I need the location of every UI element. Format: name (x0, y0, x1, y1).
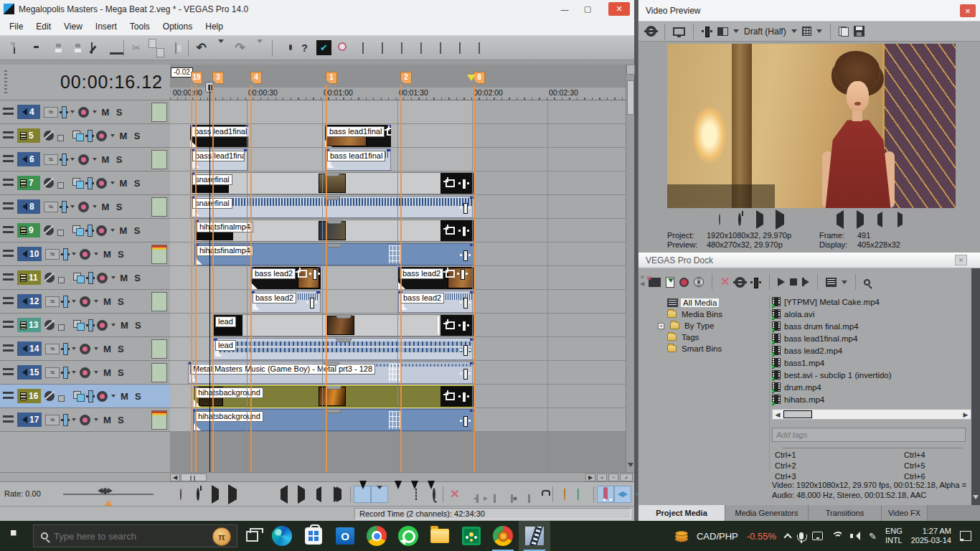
touch-keyboard-icon[interactable] (812, 532, 823, 540)
mute-button[interactable]: M (118, 131, 128, 141)
undo-dropdown-icon[interactable] (211, 39, 230, 57)
tray-expand-icon[interactable] (783, 533, 791, 541)
mute-button[interactable]: M (100, 202, 110, 212)
dock-tab-video-fx[interactable]: Video FX (882, 505, 928, 521)
minimize-button[interactable]: — (555, 2, 574, 16)
track-fx-icon[interactable] (78, 107, 89, 118)
pan-dropdown-icon[interactable] (70, 110, 75, 116)
fx-dropdown-icon[interactable] (93, 158, 97, 163)
timecode-display[interactable]: 00:00:16.12 (60, 72, 163, 93)
views-icon[interactable] (826, 278, 837, 287)
play-icon[interactable] (771, 211, 788, 228)
task-view-button[interactable] (237, 521, 266, 551)
solo-button[interactable]: S (116, 249, 126, 260)
track-fx-icon[interactable] (80, 344, 90, 354)
go-to-end-icon[interactable] (852, 211, 869, 228)
stop-icon[interactable] (258, 486, 275, 503)
track-header-17[interactable]: 17≈MS (0, 408, 170, 432)
step-backward-icon[interactable] (310, 486, 327, 503)
track-number-badge[interactable]: 13 (17, 318, 41, 332)
automation-envelope-icon[interactable]: ≈ (45, 415, 60, 425)
track-fx-icon[interactable] (80, 296, 90, 307)
script-3-icon[interactable] (392, 39, 411, 57)
dock-tab-transitions[interactable]: Transitions (809, 505, 882, 521)
track-motion-icon[interactable] (58, 391, 70, 402)
zoom-out-button[interactable]: － (608, 474, 618, 481)
level-slider[interactable] (88, 390, 93, 402)
split-screen-icon[interactable] (717, 27, 728, 36)
scroll-right-icon[interactable]: ▶ (961, 411, 971, 418)
pan-slider[interactable] (62, 201, 67, 213)
track-collapse-icon[interactable] (3, 179, 14, 188)
event-fx-icon[interactable] (458, 226, 469, 235)
bypass-motion-blur-icon[interactable] (44, 131, 54, 141)
track-meter[interactable] (151, 363, 167, 382)
wifi-icon[interactable] (831, 532, 842, 540)
render-as-icon[interactable] (82, 39, 101, 57)
event-hihatsbackground[interactable]: hihatsbackground (193, 385, 474, 408)
language-indicator[interactable]: ENGINTL (885, 527, 903, 545)
dock-close-button[interactable]: ✕ (955, 255, 967, 265)
playhead-handle[interactable] (205, 82, 214, 93)
copy-snapshot-icon[interactable] (839, 27, 849, 37)
event-pan-crop-icon[interactable] (446, 392, 455, 400)
pan-slider[interactable] (63, 414, 68, 426)
track-collapse-icon[interactable] (3, 273, 14, 283)
event-bass-lead1final[interactable]: bass lead1final (325, 149, 391, 171)
event-bass-lead2[interactable]: bass lead2 (398, 267, 474, 289)
fx-dropdown-icon[interactable] (111, 395, 116, 400)
track-header-14[interactable]: 14≈MS (0, 337, 170, 361)
zoom-edit-tool-icon[interactable] (423, 486, 440, 503)
start-button[interactable] (0, 521, 33, 551)
pan-dropdown-icon[interactable] (72, 253, 76, 258)
event-bass-lead2[interactable]: bass lead2 (398, 291, 474, 313)
track-number-badge[interactable]: 9 (17, 223, 40, 237)
zoom-in-button[interactable]: ＋ (597, 474, 607, 481)
compositing-mode-icon[interactable] (72, 178, 84, 189)
dock-scrollbar[interactable] (971, 268, 980, 505)
media-file-item[interactable]: bass lead2.mp4 (772, 344, 842, 357)
play-icon[interactable] (224, 486, 241, 503)
loop-playback-icon[interactable] (189, 486, 207, 503)
enable-snapping-icon[interactable] (597, 486, 614, 503)
split-dropdown-icon[interactable] (733, 29, 739, 36)
redo-icon[interactable]: ↷ (230, 39, 250, 57)
track-header-6[interactable]: 6≈MS (0, 148, 170, 171)
event-fx-icon[interactable] (460, 369, 471, 378)
rate-slider[interactable] (63, 494, 154, 495)
automation-envelope-icon[interactable]: ≈ (45, 367, 60, 378)
fx-dropdown-icon[interactable] (94, 300, 98, 305)
paste-icon[interactable] (166, 39, 185, 57)
dock-tab-project-media[interactable]: Project Media (639, 505, 725, 521)
mute-button[interactable]: M (100, 107, 110, 118)
menu-help[interactable]: Help (199, 19, 230, 34)
mute-button[interactable]: M (102, 249, 112, 260)
fx-dropdown-icon[interactable] (110, 134, 115, 139)
fx-dropdown-icon[interactable] (93, 205, 97, 210)
solo-button[interactable]: S (114, 154, 124, 165)
track-collapse-icon[interactable] (3, 155, 14, 164)
preview-title-bar[interactable]: Video Preview ✕ (639, 0, 980, 22)
track-number-badge[interactable]: 4 (17, 105, 40, 119)
media-file-item[interactable]: drum.mp4 (772, 381, 821, 393)
solo-button[interactable]: S (133, 320, 143, 331)
timeline-vertical-scrollbar[interactable] (626, 65, 634, 472)
menu-edit[interactable]: Edit (29, 19, 57, 34)
pan-slider[interactable] (63, 248, 68, 260)
stop-icon[interactable] (811, 211, 829, 228)
preview-play-icon[interactable] (778, 278, 785, 286)
track-header-4[interactable]: 4≈MS (0, 100, 170, 124)
dock-title-bar[interactable]: VEGAS Pro Dock ✕ (639, 253, 980, 268)
solo-button[interactable]: S (116, 367, 126, 378)
menu-view[interactable]: View (57, 19, 89, 34)
pan-dropdown-icon[interactable] (72, 300, 76, 305)
track-number-badge[interactable]: 15 (17, 365, 42, 380)
track-fx-icon[interactable] (78, 202, 89, 212)
track-number-badge[interactable]: 6 (17, 152, 40, 166)
project-properties-icon[interactable] (646, 26, 656, 37)
currency-pair[interactable]: CAD/PHP (697, 531, 738, 542)
loop-playback-icon[interactable] (731, 211, 748, 228)
fx-dropdown-icon[interactable] (94, 253, 98, 258)
track-header-5[interactable]: 5MS (0, 124, 170, 148)
automation-envelope-icon[interactable]: ≈ (45, 296, 60, 307)
